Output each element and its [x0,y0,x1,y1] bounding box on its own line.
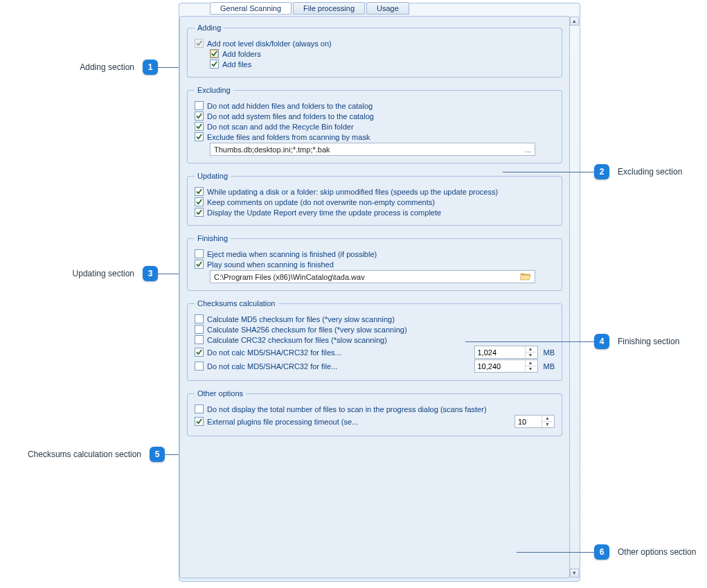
adding-group: Adding Add root level disk/folder (alway… [187,24,562,78]
plugin-timeout-label: External plugins file processing timeout… [207,418,512,426]
scroll-down-button[interactable]: ▾ [570,569,579,578]
updating-group: Updating While updating a disk or a fold… [187,172,562,226]
exclude-mask-value: Thumbs.db;desktop.ini;*.tmp;*.bak [214,145,330,154]
eject-media-label: Eject media when scanning is finished (i… [207,250,555,258]
callout-6-text: Other options section [618,547,696,557]
skip-large2-label: Do not calc MD5/SHA/CRC32 for file... [207,362,472,371]
finishing-group: Finishing Eject media when scanning is f… [187,234,562,291]
exclude-mask-input[interactable]: Thumbs.db;desktop.ini;*.tmp;*.bak ... [210,143,535,156]
exclude-mask-label: Exclude files and folders from scanning … [207,133,555,141]
excluding-legend: Excluding [195,86,233,94]
sha256-label: Calculate SHA256 checksum for files (*ve… [207,326,555,334]
tab-content: Adding Add root level disk/folder (alway… [179,16,570,578]
callout-6: 6 Other options section [517,544,704,560]
callout-2: 2 Excluding section [503,164,704,179]
skip-large2-value[interactable] [475,360,525,372]
add-files-label: Add files [222,60,555,69]
exclude-recycle-label: Do not scan and add the Recycle Bin fold… [207,123,555,131]
adding-legend: Adding [195,24,224,32]
callout-3: Updating section 3 [0,266,179,281]
callout-3-text: Updating section [73,269,134,278]
settings-panel: General Scanning File processing Usage ▴… [179,3,580,582]
exclude-mask-checkbox[interactable] [195,132,204,141]
spin-down-icon[interactable]: ▼ [526,366,536,372]
plugin-timeout-spinner[interactable]: ▲▼ [514,415,555,428]
updating-legend: Updating [195,172,231,180]
spin-up-icon[interactable]: ▲ [542,416,553,422]
callout-badge-1: 1 [143,60,158,75]
callout-4: 4 Finishing section [465,334,694,349]
play-sound-checkbox[interactable] [195,260,204,269]
plugin-timeout-checkbox[interactable] [195,417,204,426]
sound-path-value: C:\Program Files (x86)\WinCatalog\tada.w… [214,273,365,281]
keep-comments-checkbox[interactable] [195,197,204,206]
callout-badge-6: 6 [594,544,609,560]
eject-media-checkbox[interactable] [195,249,204,258]
callout-2-text: Excluding section [618,167,682,177]
no-total-count-checkbox[interactable] [195,404,204,413]
callout-1: Adding section 1 [0,60,179,75]
update-report-label: Display the Update Report every time the… [207,208,555,217]
unit-mb: MB [544,348,555,357]
md5-label: Calculate MD5 checksum for files (*very … [207,315,555,323]
exclude-recycle-checkbox[interactable] [195,122,204,131]
callout-1-text: Adding section [80,62,134,72]
sha256-checkbox[interactable] [195,325,204,334]
checksums-legend: Checksums calculation [195,299,278,308]
sound-path-input[interactable]: C:\Program Files (x86)\WinCatalog\tada.w… [210,270,535,283]
tab-bar: General Scanning File processing Usage [210,2,411,15]
spin-down-icon[interactable]: ▼ [526,353,536,358]
plugin-timeout-value[interactable] [515,416,542,427]
keep-comments-label: Keep comments on update (do not overwrit… [207,198,555,206]
folder-open-icon[interactable] [520,271,531,282]
add-root-checkbox [195,39,204,48]
finishing-legend: Finishing [195,234,231,242]
skip-unmodified-checkbox[interactable] [195,187,204,196]
skip-unmodified-label: While updating a disk or a folder: skip … [207,188,555,196]
callout-badge-3: 3 [143,266,158,281]
crc32-checkbox[interactable] [195,335,204,344]
callout-5: Checksums calculation section 5 [0,447,179,462]
spin-up-icon[interactable]: ▲ [526,360,536,366]
tab-file-processing[interactable]: File processing [293,2,365,15]
other-options-legend: Other options [195,389,246,398]
callout-badge-2: 2 [594,164,609,179]
callout-5-text: Checksums calculation section [28,449,141,459]
skip-large2-spinner[interactable]: ▲▼ [474,359,538,373]
excluding-group: Excluding Do not add hidden files and fo… [187,86,562,163]
other-options-group: Other options Do not display the total n… [187,389,562,436]
unit-mb: MB [544,362,555,371]
no-total-count-label: Do not display the total number of files… [207,405,555,413]
play-sound-label: Play sound when scanning is finished [207,260,555,269]
exclude-hidden-label: Do not add hidden files and folders to t… [207,102,555,110]
callout-badge-5: 5 [150,447,165,462]
exclude-system-label: Do not add system files and folders to t… [207,112,555,121]
skip-large1-label: Do not calc MD5/SHA/CRC32 for files... [207,348,472,357]
update-report-checkbox[interactable] [195,208,204,217]
exclude-system-checkbox[interactable] [195,112,204,121]
skip-large2-checkbox[interactable] [195,362,204,371]
skip-large1-checkbox[interactable] [195,348,204,357]
add-folders-label: Add folders [222,50,555,58]
scroll-up-button[interactable]: ▴ [570,17,579,26]
add-root-label: Add root level disk/folder (always on) [207,39,555,48]
add-files-checkbox[interactable] [210,60,219,69]
spin-down-icon[interactable]: ▼ [542,422,553,427]
tab-usage[interactable]: Usage [366,2,409,15]
exclude-hidden-checkbox[interactable] [195,101,204,110]
callout-4-text: Finishing section [618,337,679,346]
exclude-mask-browse-button[interactable]: ... [525,145,531,154]
callout-badge-4: 4 [594,334,609,349]
md5-checkbox[interactable] [195,314,204,323]
add-folders-checkbox[interactable] [210,49,219,58]
tab-general-scanning[interactable]: General Scanning [210,2,292,15]
